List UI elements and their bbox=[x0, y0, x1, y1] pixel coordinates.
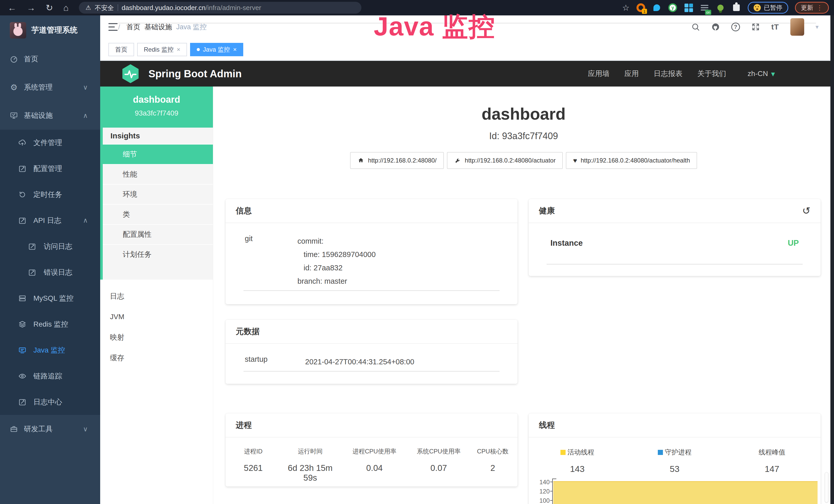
sidebar-item-java[interactable]: Java 监控 bbox=[0, 337, 100, 363]
status-badge: UP bbox=[788, 238, 799, 248]
metadata-startup-row: startup 2021-04-27T00:44:31.254+08:00 bbox=[225, 344, 518, 368]
browser-home-icon[interactable]: ⌂ bbox=[63, 3, 69, 12]
sidebar-item-tracing[interactable]: 链路追踪 bbox=[0, 363, 100, 389]
avatar[interactable] bbox=[790, 18, 804, 36]
locale-caret-icon: ▾ bbox=[771, 69, 775, 78]
sidebar-item-redis[interactable]: Redis 监控 bbox=[0, 311, 100, 337]
sidebar-item-home[interactable]: 首页 bbox=[0, 45, 100, 73]
process-id-value: 5261 bbox=[225, 463, 281, 483]
history-icon[interactable]: ↺ bbox=[802, 205, 810, 216]
sidebar-item-api-log[interactable]: API 日志 ∧ bbox=[0, 207, 100, 233]
sba-nav-applications[interactable]: 应用 bbox=[624, 69, 639, 78]
sba-item-classes[interactable]: 类 bbox=[103, 204, 213, 224]
extension-y-icon[interactable]: y bbox=[668, 3, 677, 12]
extension-person-icon[interactable] bbox=[716, 3, 725, 12]
sba-sidebar: dashboard 93a3fc7f7409 Insights 细节 性能 环境… bbox=[100, 87, 213, 504]
sba-item-details[interactable]: 细节 bbox=[103, 144, 213, 164]
help-icon[interactable] bbox=[731, 23, 740, 31]
sba-brand[interactable]: Spring Boot Admin bbox=[149, 68, 242, 79]
metadata-key: startup bbox=[225, 355, 305, 368]
extension-list-icon[interactable]: on bbox=[700, 3, 709, 12]
extension-orange-icon[interactable]: 1 bbox=[636, 3, 645, 12]
security-label[interactable]: 不安全 bbox=[95, 4, 114, 12]
sidebar-item-config[interactable]: 配置管理 bbox=[0, 156, 100, 182]
sba-locale-select[interactable]: zh-CN ▾ bbox=[748, 69, 775, 78]
fullscreen-icon[interactable] bbox=[751, 23, 760, 31]
font-size-icon[interactable] bbox=[771, 23, 779, 31]
sidebar-item-files[interactable]: 文件管理 bbox=[0, 130, 100, 156]
reload-icon[interactable]: ↻ bbox=[46, 3, 53, 12]
breadcrumb: 首页 / 基础设施 / Java 监控 bbox=[126, 22, 207, 31]
wrench-icon bbox=[454, 157, 461, 164]
java-monitor-icon bbox=[18, 346, 27, 354]
address-bar[interactable]: ⚠ 不安全 dashboard.yudao.iocoder.cn/infra/a… bbox=[79, 2, 361, 14]
metadata-card-title: 元数据 bbox=[225, 320, 518, 344]
header-actions: ▾ bbox=[691, 16, 818, 39]
sidebar-item-log-center[interactable]: 日志中心 bbox=[0, 389, 100, 415]
search-icon[interactable] bbox=[691, 23, 700, 31]
close-icon[interactable]: × bbox=[177, 46, 180, 53]
sba-nav-journal[interactable]: 日志报表 bbox=[654, 69, 682, 78]
sba-item-environment[interactable]: 环境 bbox=[103, 184, 213, 204]
health-url-button[interactable]: ♥ http://192.168.0.2:48080/actuator/heal… bbox=[566, 152, 697, 169]
row-separator bbox=[243, 371, 500, 371]
avatar-caret-icon[interactable]: ▾ bbox=[815, 23, 818, 30]
paused-profile-button[interactable]: 已暂停 bbox=[748, 2, 788, 14]
sba-item-mappings[interactable]: 映射 bbox=[100, 327, 213, 348]
sidebar: 芋道管理系统 首页 ⚙ 系统管理 ∨ 基础设施 ∧ 文件管理 配置管理 bbox=[0, 16, 100, 504]
chevron-up-icon: ∧ bbox=[83, 112, 88, 120]
sidebar-item-system[interactable]: ⚙ 系统管理 ∨ bbox=[0, 73, 100, 101]
sba-logo-icon bbox=[120, 63, 141, 85]
hamburger-icon[interactable] bbox=[108, 23, 118, 31]
forward-icon[interactable]: → bbox=[27, 3, 36, 12]
sidebar-item-mysql[interactable]: MySQL 监控 bbox=[0, 285, 100, 311]
log-edit-icon bbox=[28, 268, 37, 277]
sba-nav-wallboard[interactable]: 应用墙 bbox=[588, 69, 610, 78]
gear-icon: ⚙ bbox=[9, 83, 18, 92]
info-card: 信息 git commit: time: 1596289704000 id: 2… bbox=[225, 199, 518, 304]
sba-nav-about[interactable]: 关于我们 bbox=[697, 69, 726, 78]
annotation-overlay: Java 监控 bbox=[374, 9, 495, 44]
actuator-url-button[interactable]: http://192.168.0.2:48080/actuator bbox=[447, 152, 563, 169]
row-separator bbox=[547, 264, 803, 265]
legend-peak-threads: 线程峰值 147 bbox=[723, 448, 821, 474]
server-icon bbox=[18, 294, 27, 303]
info-git-row: git commit: time: 1596289704000 id: 27aa… bbox=[225, 223, 518, 288]
update-button[interactable]: 更新 ⋮ bbox=[795, 2, 829, 14]
process-table-values: 5261 6d 23h 15m 59s 0.04 0.07 2 bbox=[225, 463, 518, 483]
divider bbox=[118, 4, 118, 11]
sba-item-logs[interactable]: 日志 bbox=[100, 286, 213, 306]
sba-item-jvm[interactable]: JVM bbox=[100, 306, 213, 327]
sba-item-caches[interactable]: 缓存 bbox=[100, 348, 213, 368]
page-id: Id: 93a3fc7f7409 bbox=[213, 131, 834, 141]
sba-item-config-props[interactable]: 配置属性 bbox=[103, 224, 213, 244]
info-value: commit: time: 1596289704000 id: 27aa832 … bbox=[298, 234, 376, 288]
app-title: 芋道管理系统 bbox=[31, 25, 78, 36]
chevron-down-icon: ∨ bbox=[83, 425, 88, 433]
sidebar-item-dev-tools[interactable]: 研发工具 ∨ bbox=[0, 415, 100, 443]
tab-java[interactable]: Java 监控 × bbox=[190, 43, 243, 56]
tab-redis[interactable]: Redis 监控 × bbox=[137, 43, 187, 56]
sba-item-scheduled-tasks[interactable]: 计划任务 bbox=[103, 244, 213, 264]
service-url-button[interactable]: http://192.168.0.2:48080/ bbox=[350, 152, 444, 169]
sidebar-item-jobs[interactable]: 定时任务 bbox=[0, 182, 100, 207]
close-icon[interactable]: × bbox=[233, 46, 237, 53]
tab-home[interactable]: 首页 bbox=[108, 43, 134, 56]
process-cpu-value: 0.04 bbox=[339, 463, 410, 483]
back-icon[interactable]: ← bbox=[8, 3, 17, 12]
window-scrollbar[interactable] bbox=[830, 16, 834, 504]
extension-grid-icon[interactable] bbox=[684, 3, 693, 12]
browser-menu-icon[interactable]: ⋮ bbox=[816, 4, 823, 12]
instance-header[interactable]: dashboard 93a3fc7f7409 bbox=[100, 87, 213, 128]
github-icon[interactable] bbox=[711, 23, 720, 31]
sba-item-metrics[interactable]: 性能 bbox=[103, 164, 213, 184]
bookmark-star-icon[interactable]: ☆ bbox=[622, 3, 630, 13]
sidebar-item-error-log[interactable]: 错误日志 bbox=[0, 259, 100, 285]
extension-puzzle-icon[interactable] bbox=[732, 3, 741, 12]
extension-pin-icon[interactable] bbox=[652, 3, 661, 12]
sidebar-item-access-log[interactable]: 访问日志 bbox=[0, 233, 100, 259]
active-tab-dot bbox=[197, 48, 200, 51]
sidebar-item-infra[interactable]: 基础设施 ∧ bbox=[0, 101, 100, 130]
content-scrollbar-thumb[interactable] bbox=[825, 472, 828, 502]
legend-blue-swatch bbox=[658, 450, 663, 455]
